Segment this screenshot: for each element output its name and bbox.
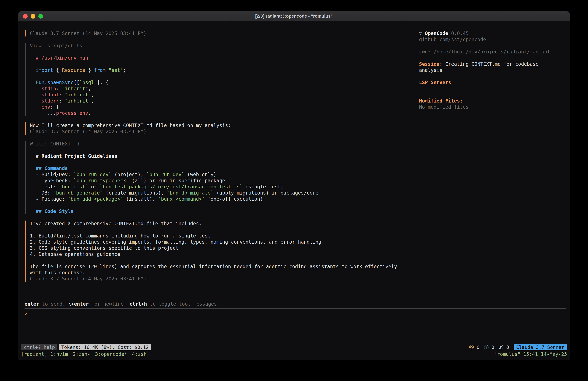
zoom-button[interactable]	[38, 14, 43, 19]
text-segment	[30, 98, 42, 104]
assistant-message-block: I've created a comprehensive CONTEXT.md …	[25, 221, 419, 282]
text-segment: `psql`	[79, 80, 97, 85]
text-line: with this codebase.	[30, 269, 397, 276]
text-segment: :	[59, 92, 65, 97]
tmux-host-clock: "romulus" 15:41 14-May-25	[494, 351, 567, 357]
text-segment: 3. CSS styling conventions specific to t…	[30, 245, 178, 251]
text-segment: enter	[24, 301, 39, 307]
text-segment: Claude 3.7 Sonnet (14 May 2025 03:41 PM)	[30, 30, 146, 36]
text-segment: ;	[123, 67, 126, 73]
text-line: Claude 3.7 Sonnet (14 May 2025 03:41 PM)	[30, 129, 231, 135]
window-titlebar[interactable]: [2/3] radiant:3:opencode - "romulus"	[18, 11, 570, 21]
text-line: analysis	[419, 67, 565, 73]
text-segment: :	[56, 86, 62, 91]
text-segment: github.com/sst/opencode	[419, 37, 486, 42]
text-line	[419, 55, 565, 61]
text-segment: View: script/db.ts	[30, 43, 82, 48]
text-segment: "sst"	[109, 67, 123, 73]
message-accent-bar	[25, 221, 26, 282]
text-segment: `bunx <command>`	[158, 196, 205, 202]
text-segment: with this codebase.	[30, 270, 85, 275]
tmux-window-3opencode[interactable]: 3:opencode*	[95, 351, 127, 357]
text-segment: `bun run dev`	[147, 172, 185, 177]
session-sidebar: © OpenCode 0.0.45github.com/sst/opencode…	[419, 21, 570, 301]
text-segment: ,	[88, 110, 91, 116]
tmux-windows: 1:nvim2:zsh-3:opencode*4:zsh	[50, 351, 147, 357]
text-line: 3. CSS styling conventions specific to t…	[30, 245, 397, 251]
text-segment: or	[88, 184, 100, 190]
text-segment: .	[44, 80, 47, 85]
diagnostic-hints: ⓗ 0	[499, 344, 509, 350]
text-line: 4. Database operations guidance	[30, 251, 397, 257]
text-line	[30, 159, 318, 165]
tui-main-area: Claude 3.7 Sonnet (14 May 2025 03:41 PM)…	[18, 21, 570, 301]
text-line: cwd: /home/thdxr/dev/projects/radiant/ra…	[419, 49, 565, 55]
text-segment	[30, 92, 42, 97]
minimize-button[interactable]	[31, 14, 35, 19]
text-segment: ©	[419, 30, 425, 36]
text-line: - Package: `bun add <package>` (install)…	[30, 196, 318, 202]
text-segment: Bun	[36, 80, 44, 85]
text-line: github.com/sst/opencode	[419, 37, 565, 43]
tmux-window-1nvim[interactable]: 1:nvim	[50, 351, 68, 357]
text-segment: (project),	[111, 172, 147, 177]
text-segment: - Build/Dev:	[30, 172, 74, 177]
text-segment: }	[85, 67, 94, 73]
text-segment	[30, 80, 36, 85]
text-line: # Radiant Project Guidelines	[30, 153, 318, 159]
text-segment: ## Code Style	[36, 208, 74, 214]
editor-area: enter to send, \+enter for newline, ctrl…	[24, 301, 566, 344]
message-accent-bar	[25, 43, 26, 116]
text-line: Session: Creating CONTEXT.md for codebas…	[419, 61, 565, 67]
text-segment: ], {	[97, 80, 108, 85]
message-content: Claude 3.7 Sonnet (14 May 2025 03:41 PM)	[30, 30, 146, 37]
text-line: The file is concise (20 lines) and captu…	[30, 264, 397, 269]
prompt-symbol: >	[24, 311, 27, 316]
text-segment: LSP Servers	[419, 80, 451, 85]
terminal-content: Claude 3.7 Sonnet (14 May 2025 03:41 PM)…	[18, 21, 570, 360]
text-segment: ,	[91, 92, 94, 97]
text-line: Claude 3.7 Sonnet (14 May 2025 03:41 PM)	[30, 30, 146, 37]
text-line: 1. Build/lint/test commands including ho…	[30, 233, 397, 239]
assistant-message-block: Now I'll create a comprehensive CONTEXT.…	[25, 122, 419, 135]
text-segment: `bun db migrate`	[167, 190, 213, 196]
text-segment	[106, 67, 109, 73]
text-line: stdout: "inherit",	[30, 92, 126, 98]
close-button[interactable]	[23, 14, 28, 19]
text-segment: Claude 3.7 Sonnet (14 May 2025 03:41 PM)	[30, 276, 146, 282]
message-content: View: script/db.ts #!/usr/bin/env bun im…	[30, 43, 126, 116]
text-line	[30, 257, 397, 264]
tmux-window-2zsh[interactable]: 2:zsh-	[73, 351, 90, 357]
model-badge[interactable]: Claude 3.7 Sonnet	[514, 344, 567, 350]
text-segment: ,	[88, 86, 91, 91]
text-line: import { Resource } from "sst";	[30, 67, 126, 73]
status-bar: ctrl+? help Tokens: 16.4K (8%), Cost: $0…	[21, 344, 567, 351]
text-segment: No modified files	[419, 104, 469, 110]
hints-count: 0	[504, 344, 509, 350]
text-line: ...process.env,	[30, 110, 126, 116]
warnings-icon: Ⓦ	[469, 344, 474, 350]
message-input[interactable]: >	[24, 308, 566, 344]
text-segment: cwd: /home/thdxr/dev/projects/radiant/ra…	[419, 49, 550, 55]
text-segment: `bun test packages/core/test/transaction…	[100, 184, 243, 190]
text-line: stdin: "inherit",	[30, 86, 126, 92]
text-line: - TypeCheck: `bun run typecheck` (all) o…	[30, 178, 318, 184]
text-segment: - TypeCheck:	[30, 178, 74, 183]
text-segment	[30, 104, 42, 110]
text-segment: Now I'll create a comprehensive CONTEXT.…	[30, 123, 231, 128]
text-segment: I've created a comprehensive CONTEXT.md …	[30, 221, 202, 226]
text-segment: 1. Build/lint/test commands including ho…	[30, 233, 210, 239]
chat-history: Claude 3.7 Sonnet (14 May 2025 03:41 PM)…	[18, 21, 419, 301]
text-segment: - Test:	[30, 184, 59, 190]
hints-icon: ⓗ	[499, 344, 504, 350]
text-segment: : {	[50, 104, 59, 110]
text-line	[419, 92, 565, 98]
text-segment	[30, 55, 36, 61]
text-segment: stderr	[42, 98, 59, 104]
text-segment: Modified Files:	[419, 98, 463, 104]
text-segment: "inherit"	[65, 98, 91, 104]
message-content: Write: CONTEXT.md # Radiant Project Guid…	[30, 141, 318, 214]
tmux-window-4zsh[interactable]: 4:zsh	[132, 351, 147, 357]
text-line	[419, 73, 565, 79]
warnings-count: 0	[474, 344, 479, 350]
